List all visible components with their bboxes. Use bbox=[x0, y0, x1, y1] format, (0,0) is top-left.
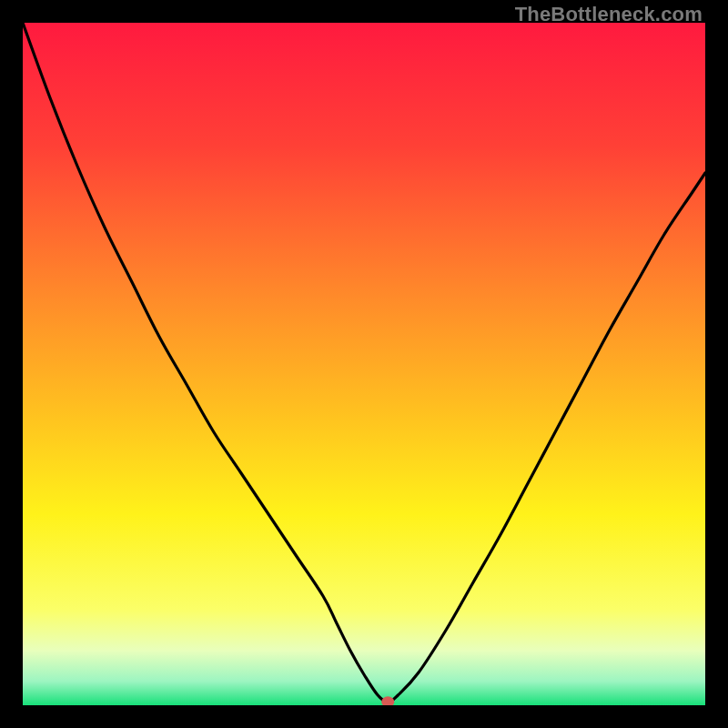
chart-frame: TheBottleneck.com bbox=[0, 0, 728, 728]
chart-svg bbox=[23, 23, 705, 705]
gradient-background bbox=[23, 23, 705, 705]
plot-area bbox=[23, 23, 705, 705]
